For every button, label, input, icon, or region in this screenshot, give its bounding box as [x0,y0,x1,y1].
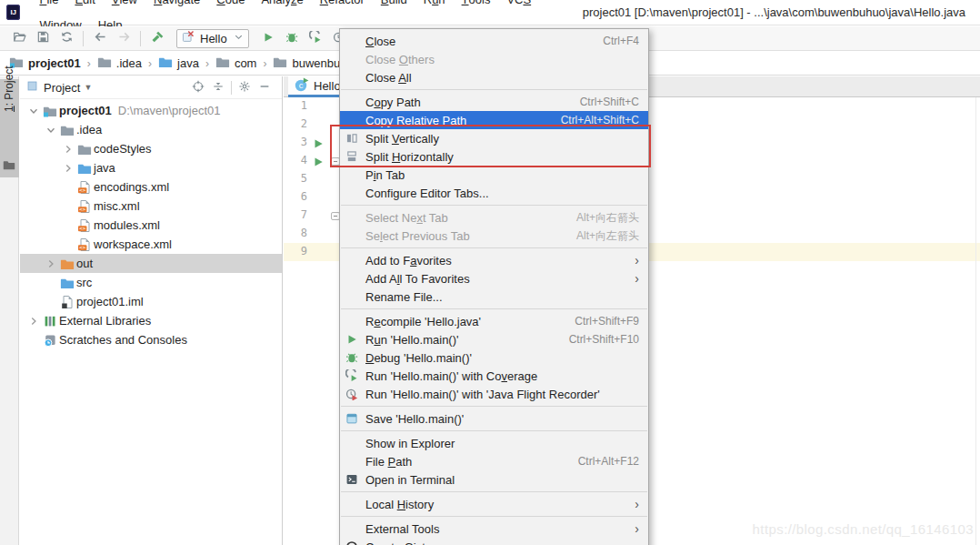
tree-item-project01[interactable]: project01D:\maven\project01 [20,101,282,120]
line-number: 2 [284,117,307,130]
menu-item-add-all-to-favorites[interactable]: Add All To Favorites› [340,269,648,288]
menu-item-label: Configure Editor Tabs... [365,187,489,200]
menu-item-split-horizontally[interactable]: Split Horizontally [340,147,648,166]
collapse-all-button[interactable] [208,77,228,97]
tree-item-label: modules.xml [94,218,160,232]
menubar-item-build[interactable]: Build [373,0,415,13]
locate-file-button[interactable] [188,77,208,97]
forward-button[interactable] [112,28,135,49]
title-bar: IJ FileEditViewNavigateCodeAnalyzeRefact… [0,0,980,25]
menu-item-configure-editor-tabs[interactable]: Configure Editor Tabs... [340,184,648,202]
menu-item-pin-tab[interactable]: Pin Tab [340,166,648,184]
menu-item-create-gist[interactable]: Create Gist... [340,538,648,545]
chevron-down-icon [233,31,245,45]
menu-item-label: File Path [365,455,412,469]
tree-item-encodings-xml[interactable]: <>encodings.xml [20,177,282,197]
tree-item-scratches-and-consoles[interactable]: Scratches and Consoles [20,330,282,349]
menu-item-open-in-terminal[interactable]: Open in Terminal [340,470,648,489]
project-stripe-label: 1: Project [3,66,15,112]
breadcrumb-java[interactable]: java [158,55,199,72]
menu-item-label: Pin Tab [365,168,405,182]
tree-item-project01-iml[interactable]: project01.iml [20,292,282,311]
menu-item-add-to-favorites[interactable]: Add to Favorites› [340,251,648,269]
menu-item-show-in-explorer[interactable]: Show in Explorer [340,434,648,452]
menu-item-split-vertically[interactable]: Split Vertically [340,129,648,147]
menubar-item-navigate[interactable]: Navigate [145,0,208,13]
breadcrumb-project01[interactable]: project01 [9,55,81,72]
coverage-button[interactable] [304,28,327,49]
tree-item-codestyles[interactable]: codeStyles [20,139,282,158]
save-all-button[interactable] [31,28,55,49]
tree-item-label: out [76,257,93,270]
menu-item-debug-hello-main[interactable]: Debug 'Hello.main()' [340,348,648,367]
menu-item-shortcut: Ctrl+Alt+F12 [578,455,639,468]
menubar-item-edit[interactable]: Edit [66,0,103,13]
menu-item-rename-file[interactable]: Rename File... [340,288,648,306]
menu-item-label: Recompile 'Hello.java' [365,315,481,328]
build-button[interactable] [145,28,169,49]
project-panel-title[interactable]: Project [44,81,80,95]
settings-button[interactable] [235,77,255,97]
tree-item-label: workspace.xml [94,237,172,251]
tree-item-external-libraries[interactable]: External Libraries [20,311,282,330]
menubar-item-code[interactable]: Code [208,0,253,13]
arrow-left-icon [94,30,107,46]
project-view-icon [26,80,38,95]
back-button[interactable] [88,28,112,49]
menu-item-file-path[interactable]: File PathCtrl+Alt+F12 [340,452,648,470]
collapse-all-icon [212,80,225,96]
menubar-item-file[interactable]: File [31,0,66,13]
menu-item-label: Add to Favorites [365,254,452,267]
debug-button[interactable] [280,28,304,49]
hide-panel-button[interactable] [255,77,275,97]
tree-item-misc-xml[interactable]: <>misc.xml [20,197,282,216]
menu-item-run-hello-main[interactable]: Run 'Hello.main()'Ctrl+Shift+F10 [340,330,648,348]
gutter-run-icon[interactable] [312,156,325,171]
sync-button[interactable] [55,28,78,49]
run-configuration-select[interactable]: Hello [176,29,249,48]
menubar-item-run[interactable]: Run [415,0,454,13]
tree-item-modules-xml[interactable]: <>modules.xml [20,216,282,235]
menu-item-close[interactable]: CloseCtrl+F4 [340,32,648,50]
menu-item-copy-relative-path[interactable]: Copy Relative PathCtrl+Alt+Shift+C [340,111,648,129]
tool-window-project-button[interactable]: 1: Project [0,79,19,177]
menubar-item-analyze[interactable]: Analyze [253,0,311,13]
menu-item-label: Open in Terminal [365,473,455,487]
chevron-right-icon[interactable] [25,315,41,328]
watermark: https://blog.csdn.net/qq_16146103 [753,521,974,537]
menu-item-label: Split Horizontally [365,150,454,164]
folder-project-icon [41,104,59,118]
menu-item-copy-path[interactable]: Copy PathCtrl+Shift+C [340,93,648,111]
menu-item-external-tools[interactable]: External Tools› [340,520,648,538]
menubar-item-refactor[interactable]: Refactor [312,0,373,13]
menu-item-recompile-hello-java[interactable]: Recompile 'Hello.java'Ctrl+Shift+F9 [340,312,648,330]
menu-item-label: Run 'Hello.main()' [365,333,459,347]
tree-item-idea[interactable]: .idea [20,120,282,139]
chevron-right-icon[interactable] [60,162,75,175]
breadcrumb-idea[interactable]: .idea [97,55,142,72]
menu-item-run-hello-main-with-coverage[interactable]: Run 'Hello.main()' with Coverage [340,367,648,385]
tree-item-out[interactable]: out [20,254,282,273]
coverage-icon [309,31,322,46]
menu-item-run-hello-main-with-java-flight-recorder[interactable]: Run 'Hello.main()' with 'Java Flight Rec… [340,385,648,403]
menu-item-save-hello-main[interactable]: Save 'Hello.main()' [340,409,648,428]
menu-item-label: Run 'Hello.main()' with Coverage [365,369,537,383]
tree-item-src[interactable]: src [20,273,282,292]
tree-item-workspace-xml[interactable]: <>workspace.xml [20,235,282,254]
chevron-right-icon[interactable] [43,257,58,270]
menu-item-local-history[interactable]: Local History› [340,495,648,513]
menubar-item-view[interactable]: View [104,0,145,13]
breadcrumb-com[interactable]: com [215,55,257,72]
gutter-run-icon[interactable] [312,137,325,153]
svg-text:c: c [299,80,304,90]
chevron-down-icon[interactable] [43,124,58,136]
tree-item-java[interactable]: java [20,158,282,177]
chevron-right-icon[interactable] [60,143,75,156]
open-file-button[interactable] [7,28,31,49]
menubar-item-tools[interactable]: Tools [454,0,499,13]
menubar-item-vcs[interactable]: VCS [498,0,539,13]
iml-file-icon [58,295,76,309]
menu-item-close-all[interactable]: Close All [340,68,648,86]
chevron-down-icon[interactable] [25,105,41,117]
run-button[interactable] [256,28,280,49]
